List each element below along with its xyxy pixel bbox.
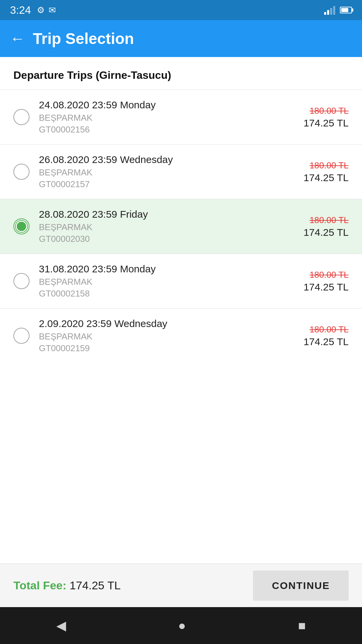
trip-code: GT00002159 xyxy=(39,343,303,354)
trip-code: GT00002156 xyxy=(39,124,303,135)
trip-info: 2.09.2020 23:59 WednesdayBEŞPARMAKGT0000… xyxy=(39,318,303,354)
signal-icon xyxy=(324,5,335,15)
discounted-price: 174.25 TL xyxy=(303,172,349,183)
section-header: Departure Trips (Girne-Tasucu) xyxy=(0,57,362,90)
trip-price: 180.00 TL174.25 TL xyxy=(303,160,349,183)
content-area: Departure Trips (Girne-Tasucu) 24.08.202… xyxy=(0,57,362,564)
original-price: 180.00 TL xyxy=(303,106,349,116)
trip-code: GT00002157 xyxy=(39,179,303,190)
trip-item[interactable]: 28.08.2020 23:59 FridayBEŞPARMAKGT000020… xyxy=(0,199,362,254)
status-bar-left: 3:24 ⚙ ✉ xyxy=(10,4,56,16)
total-fee: Total Fee: 174.25 TL xyxy=(13,579,121,592)
trip-info: 28.08.2020 23:59 FridayBEŞPARMAKGT000020… xyxy=(39,209,303,244)
trip-date: 26.08.2020 23:59 Wednesday xyxy=(39,154,303,165)
recents-nav-button[interactable]: ■ xyxy=(298,619,306,633)
trip-item[interactable]: 26.08.2020 23:59 WednesdayBEŞPARMAKGT000… xyxy=(0,144,362,199)
discounted-price: 174.25 TL xyxy=(303,336,349,347)
trip-vessel: BEŞPARMAK xyxy=(39,277,303,287)
trip-item[interactable]: 24.08.2020 23:59 MondayBEŞPARMAKGT000021… xyxy=(0,90,362,144)
discounted-price: 174.25 TL xyxy=(303,281,349,293)
status-time: 3:24 xyxy=(10,4,31,16)
trip-date: 2.09.2020 23:59 Wednesday xyxy=(39,318,303,329)
trips-list: 24.08.2020 23:59 MondayBEŞPARMAKGT000021… xyxy=(0,90,362,363)
trip-item[interactable]: 2.09.2020 23:59 WednesdayBEŞPARMAKGT0000… xyxy=(0,308,362,363)
bottom-bar: Total Fee: 174.25 TL CONTINUE xyxy=(0,564,362,607)
app-bar: ← Trip Selection xyxy=(0,20,362,57)
trip-price: 180.00 TL174.25 TL xyxy=(303,324,349,347)
continue-button[interactable]: CONTINUE xyxy=(253,571,349,601)
radio-button[interactable] xyxy=(13,273,29,289)
trip-price: 180.00 TL174.25 TL xyxy=(303,106,349,129)
trip-date: 24.08.2020 23:59 Monday xyxy=(39,99,303,111)
trip-vessel: BEŞPARMAK xyxy=(39,167,303,178)
radio-button[interactable] xyxy=(13,164,29,180)
trip-price: 180.00 TL174.25 TL xyxy=(303,215,349,238)
total-fee-label: Total Fee: xyxy=(13,579,66,592)
original-price: 180.00 TL xyxy=(303,160,349,171)
trip-date: 31.08.2020 23:59 Monday xyxy=(39,263,303,275)
radio-button[interactable] xyxy=(13,328,29,344)
radio-button[interactable] xyxy=(13,218,29,234)
nav-bar: ◀ ● ■ xyxy=(0,607,362,644)
trip-item[interactable]: 31.08.2020 23:59 MondayBEŞPARMAKGT000021… xyxy=(0,254,362,308)
trip-date: 28.08.2020 23:59 Friday xyxy=(39,209,303,220)
settings-icon: ⚙ xyxy=(37,5,45,15)
trip-price: 180.00 TL174.25 TL xyxy=(303,270,349,293)
original-price: 180.00 TL xyxy=(303,270,349,280)
original-price: 180.00 TL xyxy=(303,215,349,225)
status-icons: ⚙ ✉ xyxy=(37,5,56,15)
page-title: Trip Selection xyxy=(33,30,134,48)
home-nav-button[interactable]: ● xyxy=(178,619,186,633)
back-nav-button[interactable]: ◀ xyxy=(56,618,66,633)
trip-info: 26.08.2020 23:59 WednesdayBEŞPARMAKGT000… xyxy=(39,154,303,190)
radio-button[interactable] xyxy=(13,109,29,125)
trip-vessel: BEŞPARMAK xyxy=(39,113,303,123)
status-bar: 3:24 ⚙ ✉ xyxy=(0,0,362,20)
discounted-price: 174.25 TL xyxy=(303,227,349,238)
trip-info: 31.08.2020 23:59 MondayBEŞPARMAKGT000021… xyxy=(39,263,303,299)
original-price: 180.00 TL xyxy=(303,324,349,335)
discounted-price: 174.25 TL xyxy=(303,117,349,129)
trip-code: GT00002158 xyxy=(39,288,303,299)
total-fee-value: 174.25 TL xyxy=(70,579,121,592)
trip-code: GT00002030 xyxy=(39,234,303,244)
trip-vessel: BEŞPARMAK xyxy=(39,331,303,342)
mail-icon: ✉ xyxy=(49,5,56,15)
trip-info: 24.08.2020 23:59 MondayBEŞPARMAKGT000021… xyxy=(39,99,303,135)
status-bar-right xyxy=(324,5,352,15)
back-button[interactable]: ← xyxy=(10,31,25,46)
trip-vessel: BEŞPARMAK xyxy=(39,222,303,232)
battery-icon xyxy=(340,7,352,13)
